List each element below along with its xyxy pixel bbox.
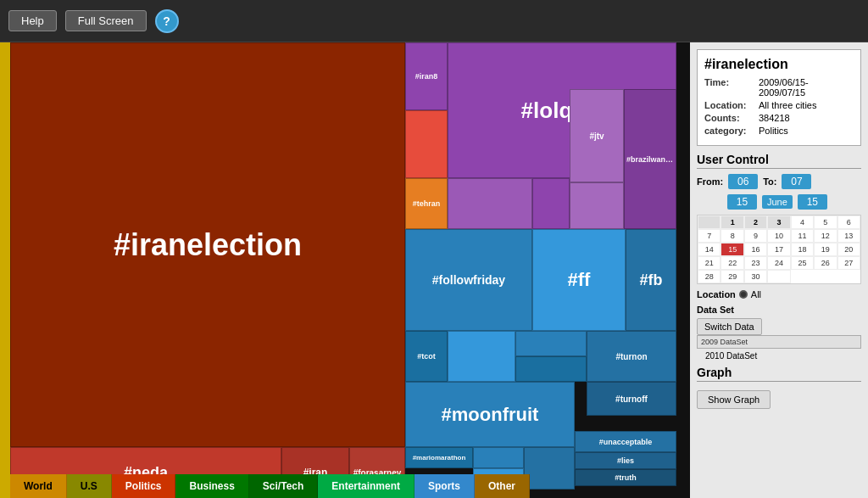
info-title: #iranelection bbox=[704, 57, 854, 72]
date-range-row: From: To: bbox=[697, 174, 861, 189]
location-row: Location All bbox=[697, 289, 861, 299]
cell-iran8[interactable]: #iran8 bbox=[405, 42, 448, 110]
cal-day-23[interactable]: 23 bbox=[744, 256, 767, 270]
cal-day-empty bbox=[767, 270, 790, 283]
show-graph-button[interactable]: Show Graph bbox=[697, 390, 771, 409]
to-month-input[interactable] bbox=[782, 174, 811, 189]
cell-moonfruit[interactable]: #moonfruit bbox=[405, 382, 575, 447]
cal-day-20[interactable]: 20 bbox=[837, 243, 860, 256]
cell-label: #turnoff bbox=[614, 393, 649, 406]
cell-ff[interactable]: #ff bbox=[532, 229, 626, 331]
cell-turnon[interactable]: #turnon bbox=[587, 331, 676, 382]
cell-label: #followfriday bbox=[431, 271, 507, 288]
cal-grid: 1 2 3 4 5 6 7 8 9 10 11 12 13 14 15 16 1… bbox=[698, 215, 860, 283]
cal-day-18[interactable]: 18 bbox=[791, 243, 814, 256]
cal-day-11[interactable]: 11 bbox=[791, 229, 814, 243]
cal-day-7[interactable]: 7 bbox=[698, 229, 721, 243]
fullscreen-button[interactable]: Full Screen bbox=[65, 10, 147, 31]
cell-brazilwantsjb[interactable]: #brazilwantsjb bbox=[624, 89, 676, 229]
cal-day-27[interactable]: 27 bbox=[837, 256, 860, 270]
to-day-input[interactable] bbox=[798, 194, 827, 210]
cal-day-8[interactable]: 8 bbox=[721, 229, 743, 243]
user-control-title: User Control bbox=[697, 153, 861, 169]
graph-section: Graph Show Graph bbox=[697, 366, 861, 409]
cal-day-14[interactable]: 14 bbox=[698, 243, 721, 256]
tab-scitech[interactable]: Sci/Tech bbox=[249, 474, 318, 498]
bottom-bar: World U.S Politics Business Sci/Tech Ent… bbox=[10, 474, 690, 498]
cell-blue1[interactable] bbox=[448, 331, 515, 382]
cal-day-26[interactable]: 26 bbox=[814, 256, 837, 270]
dataset-2009-option[interactable]: 2009 DataSet bbox=[697, 335, 861, 349]
cal-day-5[interactable]: 5 bbox=[814, 215, 837, 229]
help-button[interactable]: Help bbox=[8, 10, 57, 31]
tab-us[interactable]: U.S bbox=[67, 474, 112, 498]
cell-blue3[interactable] bbox=[515, 356, 587, 382]
cal-day-4[interactable]: 4 bbox=[791, 215, 814, 229]
cell-label: #tehran bbox=[411, 198, 442, 210]
cal-day-28[interactable]: 28 bbox=[698, 270, 721, 283]
cell-followfriday[interactable]: #followfriday bbox=[405, 229, 532, 331]
cell-jtv[interactable]: #jtv bbox=[570, 89, 624, 182]
cell-p1[interactable] bbox=[405, 110, 448, 178]
dataset-2010-option[interactable]: 2010 DataSet bbox=[697, 351, 861, 361]
logo-icon: ? bbox=[155, 9, 179, 33]
cell-pur3[interactable] bbox=[570, 182, 624, 229]
tab-sports[interactable]: Sports bbox=[415, 474, 475, 498]
switch-data-button[interactable]: Switch Data bbox=[697, 318, 762, 335]
cal-header-empty bbox=[698, 215, 721, 229]
cell-bluesmall1[interactable] bbox=[473, 447, 524, 468]
cal-day-29[interactable]: 29 bbox=[721, 270, 743, 283]
tab-entertainment[interactable]: Entertainment bbox=[318, 474, 415, 498]
cal-day-12[interactable]: 12 bbox=[814, 229, 837, 243]
cal-day-16[interactable]: 16 bbox=[744, 243, 767, 256]
cell-turnoff[interactable]: #turnoff bbox=[587, 382, 676, 416]
cell-label bbox=[595, 204, 598, 208]
dataset-section: Data Set Switch Data 2009 DataSet 2010 D… bbox=[697, 305, 861, 361]
tab-world[interactable]: World bbox=[10, 474, 67, 498]
cell-fb[interactable]: #fb bbox=[626, 229, 676, 331]
cell-pur1[interactable] bbox=[448, 178, 532, 229]
cell-tehran[interactable]: #tehran bbox=[405, 178, 448, 229]
main-content: #iranelection #neda #iran #forasarney #i… bbox=[0, 42, 868, 498]
cal-day-21[interactable]: 21 bbox=[698, 256, 721, 270]
cal-day-6[interactable]: 6 bbox=[837, 215, 860, 229]
cell-label: #unacceptable bbox=[598, 436, 654, 448]
cal-day-25[interactable]: 25 bbox=[791, 256, 814, 270]
cell-label: #lies bbox=[615, 455, 636, 467]
dataset-label: Data Set bbox=[697, 305, 861, 315]
category-label: category: bbox=[704, 126, 755, 136]
cal-day-19[interactable]: 19 bbox=[814, 243, 837, 256]
cal-day-30[interactable]: 30 bbox=[744, 270, 767, 283]
cal-day-10[interactable]: 10 bbox=[767, 229, 790, 243]
tab-other[interactable]: Other bbox=[475, 474, 530, 498]
cal-day-17[interactable]: 17 bbox=[767, 243, 790, 256]
cell-unacceptable[interactable]: #unacceptable bbox=[575, 431, 676, 452]
cal-day-13[interactable]: 13 bbox=[837, 229, 860, 243]
cell-mariomarathon[interactable]: #mariomarathon bbox=[405, 447, 473, 468]
cal-day-24[interactable]: 24 bbox=[767, 256, 790, 270]
tab-politics[interactable]: Politics bbox=[112, 474, 176, 498]
all-radio[interactable] bbox=[739, 290, 748, 299]
info-box: #iranelection Time: 2009/06/15-2009/07/1… bbox=[697, 49, 861, 146]
cal-day-22[interactable]: 22 bbox=[721, 256, 743, 270]
cal-day-15[interactable]: 15 bbox=[721, 243, 743, 256]
cell-label: #ff bbox=[566, 267, 593, 293]
cell-label: #moonfruit bbox=[440, 402, 541, 428]
treemap[interactable]: #iranelection #neda #iran #forasarney #i… bbox=[10, 42, 690, 498]
cell-pur2[interactable] bbox=[532, 178, 570, 229]
cell-tcot[interactable]: #tcot bbox=[405, 331, 448, 382]
cell-label: #mariomarathon bbox=[411, 452, 468, 463]
cell-label: #iran8 bbox=[414, 70, 440, 82]
tab-business[interactable]: Business bbox=[175, 474, 248, 498]
cal-day-9[interactable]: 9 bbox=[744, 229, 767, 243]
time-value: 2009/06/15-2009/07/15 bbox=[759, 77, 854, 98]
from-month-input[interactable] bbox=[728, 174, 758, 189]
cell-iranelection[interactable]: #iranelection bbox=[10, 42, 405, 447]
from-day-input[interactable] bbox=[727, 194, 757, 210]
cal-header-3: 3 bbox=[767, 215, 790, 229]
category-value: Politics bbox=[759, 126, 788, 136]
cell-lies[interactable]: #lies bbox=[575, 452, 676, 469]
month-label: June bbox=[762, 195, 793, 209]
cell-blue2[interactable] bbox=[515, 331, 587, 356]
cell-label: #turnon bbox=[614, 350, 648, 363]
